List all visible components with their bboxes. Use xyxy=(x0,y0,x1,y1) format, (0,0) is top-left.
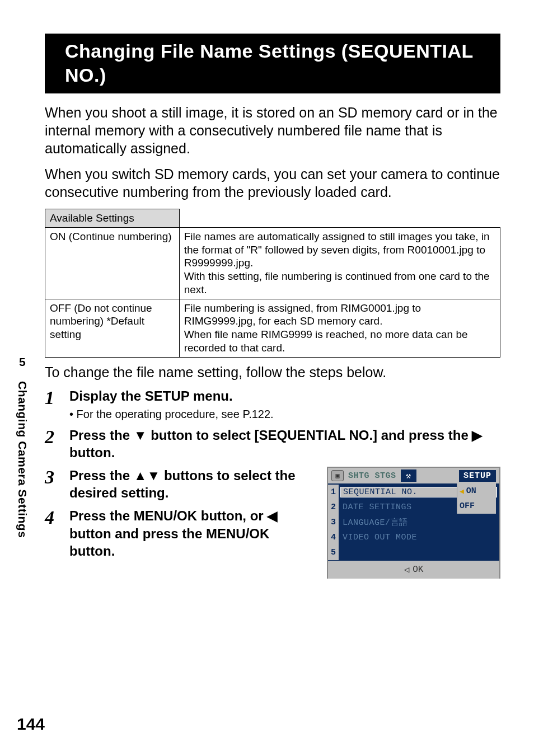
step-subtext: For the operating procedure, see P.122. xyxy=(69,408,500,421)
lcd-tabs: ▣ SHTG STGS ⚒ SETUP xyxy=(328,468,499,483)
steps-list: 1 Display the SETUP menu. For the operat… xyxy=(45,387,500,579)
lcd-menu-row: 5 xyxy=(328,545,499,560)
t: button. xyxy=(69,445,115,460)
step-2: 2 Press the ▼ button to select [SEQUENTI… xyxy=(45,426,500,461)
setting-desc-cell: File names are automatically assigned to… xyxy=(179,227,500,299)
wrench-icon: ⚒ xyxy=(401,469,416,482)
step-title: Press the ▼ button to select [SEQUENTIAL… xyxy=(69,426,500,461)
lcd-footer-ok: OK xyxy=(413,565,423,575)
after-table-text: To change the file name setting, follow … xyxy=(45,364,500,381)
right-triangle-icon: ▶ xyxy=(472,428,482,443)
lcd-footer: ◁ OK xyxy=(328,561,499,579)
intro-paragraph-2: When you switch SD memory cards, you can… xyxy=(45,165,500,201)
t: Press the xyxy=(69,468,134,483)
step-title: Display the SETUP menu. xyxy=(69,387,500,405)
step-title: Press the ▲▼ buttons to select the desir… xyxy=(69,467,316,501)
t: button and press the MENU/OK button. xyxy=(69,526,269,558)
t: button to select [SEQUENTIAL NO.] and pr… xyxy=(147,428,472,443)
lcd-tab-shtg: SHTG STGS xyxy=(346,471,399,481)
lcd-value-text: ON xyxy=(466,486,476,496)
left-triangle-icon: ◁ xyxy=(404,564,410,575)
step-4: 4 Press the MENU/OK button, or ◀ button … xyxy=(45,507,316,560)
step-number: 1 xyxy=(45,387,69,407)
lcd-value-text: OFF xyxy=(460,501,475,511)
step-title: Press the MENU/OK button, or ◀ button an… xyxy=(69,507,316,560)
step-number: 4 xyxy=(45,507,69,527)
step-body: Press the MENU/OK button, or ◀ button an… xyxy=(69,507,316,560)
lcd-value-off: OFF xyxy=(457,499,496,514)
step-number: 3 xyxy=(45,467,69,487)
step-1: 1 Display the SETUP menu. For the operat… xyxy=(45,387,500,421)
step-body: Press the ▲▼ buttons to select the desir… xyxy=(69,467,316,501)
lcd-row-label: VIDEO OUT MODE xyxy=(339,533,499,542)
step-body: Press the ▼ button to select [SEQUENTIAL… xyxy=(69,426,500,461)
lcd-row-num: 2 xyxy=(328,500,339,515)
down-triangle-icon: ▼ xyxy=(134,428,147,443)
camera-icon: ▣ xyxy=(331,470,344,481)
chapter-label: Changing Camera Settings xyxy=(16,381,29,538)
lcd-row-num: 5 xyxy=(328,545,339,560)
step-3: 3 Press the ▲▼ buttons to select the des… xyxy=(45,467,316,501)
camera-lcd-screenshot: ▣ SHTG STGS ⚒ SETUP 1 SEQUENTIAL NO. 2 D… xyxy=(327,467,500,579)
steps-3-4-with-lcd: 3 Press the ▲▼ buttons to select the des… xyxy=(45,467,500,579)
table-header-cell: Available Settings xyxy=(45,209,180,228)
page-number: 144 xyxy=(17,715,45,734)
setting-name-cell: OFF (Do not continue numbering) *Default… xyxy=(45,299,180,357)
side-chapter-tab: 5 Changing Camera Settings xyxy=(16,355,29,538)
t: Press the MENU/OK button, or xyxy=(69,508,267,523)
heading-accent-bar xyxy=(45,34,58,93)
lcd-value-on: ◀ON xyxy=(457,483,496,499)
lcd-row-label: LANGUAGE/言語 xyxy=(339,517,499,528)
table-row: ON (Continue numbering) File names are a… xyxy=(45,227,500,299)
section-heading-wrap: Changing File Name Settings (SEQUENTIAL … xyxy=(45,34,500,93)
lcd-menu-row: 4 VIDEO OUT MODE xyxy=(328,530,499,545)
intro-paragraph-1: When you shoot a still image, it is stor… xyxy=(45,104,500,157)
chapter-number: 5 xyxy=(19,355,26,369)
steps-left-column: 3 Press the ▲▼ buttons to select the des… xyxy=(45,467,316,565)
step-number: 2 xyxy=(45,426,69,447)
caret-icon: ◀ xyxy=(460,487,464,496)
setting-desc-cell: File numbering is assigned, from RIMG000… xyxy=(179,299,500,357)
lcd-row-num: 1 xyxy=(328,485,339,500)
table-header-row: Available Settings xyxy=(45,209,500,228)
t: Press the xyxy=(69,428,134,443)
available-settings-table: Available Settings ON (Continue numberin… xyxy=(45,209,500,358)
lcd-row-num: 3 xyxy=(328,515,339,530)
table-header-empty xyxy=(179,209,500,228)
setting-name-cell: ON (Continue numbering) xyxy=(45,227,180,299)
lcd-menu-row: 3 LANGUAGE/言語 xyxy=(328,515,499,530)
lcd-tab-setup: SETUP xyxy=(459,470,496,482)
left-triangle-icon: ◀ xyxy=(267,508,277,523)
table-row: OFF (Do not continue numbering) *Default… xyxy=(45,299,500,357)
lcd-value-column: ◀ON OFF xyxy=(457,483,496,514)
step-body: Display the SETUP menu. For the operatin… xyxy=(69,387,500,421)
lcd-row-num: 4 xyxy=(328,530,339,545)
up-down-triangle-icon: ▲▼ xyxy=(134,468,161,483)
section-heading: Changing File Name Settings (SEQUENTIAL … xyxy=(58,34,500,93)
